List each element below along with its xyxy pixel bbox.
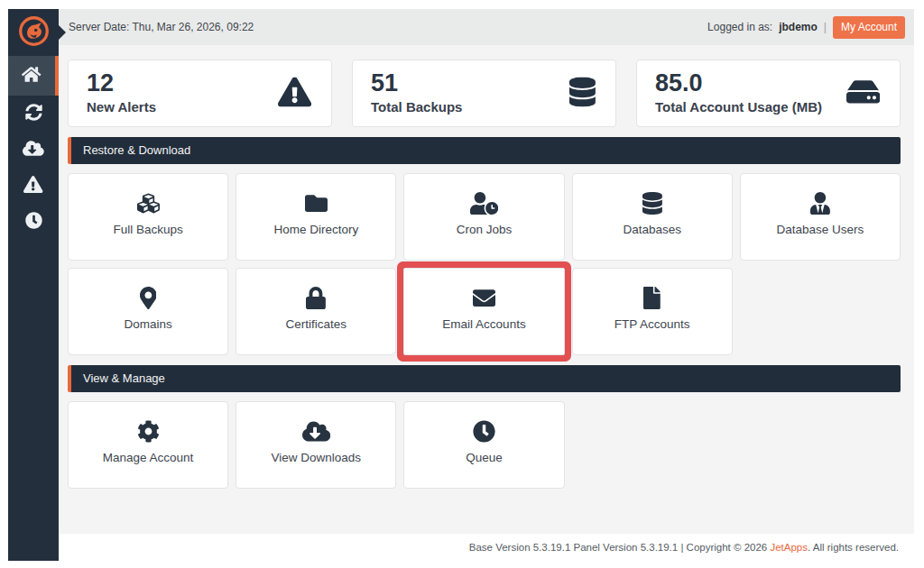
cog-icon [137,419,160,444]
tile-manage-account[interactable]: Manage Account [68,401,228,489]
tile-label: Cron Jobs [457,223,513,236]
warning-icon [278,77,311,110]
tile-label: View Downloads [272,451,362,464]
stat-card-total-account-usage-mb: 85.0Total Account Usage (MB) [636,60,901,127]
tile-full-backups[interactable]: Full Backups [68,173,228,261]
user-tie-icon [810,191,830,215]
main-column: Server Date: Thu, Mar 26, 2026, 09:22 Lo… [59,9,914,561]
footer: Base Version 5.3.19.1 Panel Version 5.3.… [59,534,914,561]
tile-database-users[interactable]: Database Users [740,173,901,261]
tile-label: Databases [623,223,681,236]
dashboard-content: 12New Alerts51Total Backups85.0Total Acc… [59,45,914,534]
tile-label: Database Users [776,223,864,236]
tiles-grid-restore-download: Full BackupsHome DirectoryCron JobsDatab… [68,173,901,355]
sidebar-item-home[interactable] [8,56,59,96]
stat-card-new-alerts: 12New Alerts [68,60,332,127]
tile-label: Domains [124,317,171,331]
sidebar [8,9,59,561]
tile-label: Manage Account [103,451,194,464]
lock-icon [306,286,326,310]
sidebar-item-downloads[interactable] [8,132,59,168]
tile-databases[interactable]: Databases [572,173,733,261]
tile-email-accounts[interactable]: Email Accounts [403,268,564,355]
tiles-grid-view-manage: Manage AccountView DownloadsQueue [68,401,901,489]
sidebar-item-queue[interactable] [8,204,59,240]
tile-cron-jobs[interactable]: Cron Jobs [403,173,564,261]
tile-label: Full Backups [113,223,182,236]
app-window: Server Date: Thu, Mar 26, 2026, 09:22 Lo… [8,9,914,561]
my-account-button[interactable]: My Account [833,16,905,39]
footer-version-text: Base Version 5.3.19.1 Panel Version 5.3.… [469,542,771,553]
tile-queue[interactable]: Queue [403,401,564,489]
home-icon [22,66,41,87]
topbar-right: Logged in as: jbdemo | My Account [707,16,905,39]
sync-icon [25,104,42,124]
hdd-icon [846,77,880,110]
tile-ftp-accounts[interactable]: FTP Accounts [572,268,733,355]
tile-view-downloads[interactable]: View Downloads [236,401,396,489]
map-marker-icon [140,286,157,310]
sidebar-nav [8,56,59,240]
database-icon [642,191,662,215]
cubes-icon [137,191,160,215]
logo-block[interactable] [8,9,59,56]
tile-label: Email Accounts [442,317,525,331]
database-icon [569,77,596,110]
topbar: Server Date: Thu, Mar 26, 2026, 09:22 Lo… [59,9,914,45]
server-date: Server Date: Thu, Mar 26, 2026, 09:22 [69,21,254,33]
stats-row: 12New Alerts51Total Backups85.0Total Acc… [68,60,901,127]
section-header-restore-download: Restore & Download [68,137,901,164]
tile-home-directory[interactable]: Home Directory [236,173,396,261]
tile-certificates[interactable]: Certificates [236,268,396,355]
envelope-icon [473,286,495,310]
cloud-download-icon [302,419,330,444]
stat-value: 51 [371,69,597,96]
logged-in-label: Logged in as: [707,21,772,33]
tile-label: FTP Accounts [614,317,690,331]
file-icon [643,286,661,310]
tile-label: Queue [466,451,503,464]
jetbackup-logo-icon [18,15,50,50]
username: jbdemo [779,21,818,33]
footer-rights-text: . All rights reserved. [808,542,899,553]
sidebar-item-alerts[interactable] [8,168,59,204]
tile-domains[interactable]: Domains [68,268,228,355]
cloud-download-icon [23,140,44,160]
logo-pointer-arrow [59,25,66,40]
stat-card-total-backups: 51Total Backups [352,60,616,127]
sidebar-item-sync[interactable] [8,96,59,132]
jetapps-link[interactable]: JetApps [770,542,808,553]
sections-container: Restore & DownloadFull BackupsHome Direc… [68,137,901,489]
clock-icon [25,212,42,233]
stat-label: Total Backups [371,99,597,115]
warning-icon [23,176,42,197]
tile-label: Certificates [286,317,347,331]
topbar-separator: | [824,21,827,33]
section-header-view-manage: View & Manage [68,365,901,392]
folder-icon [305,191,328,215]
user-clock-icon [470,191,498,215]
clock-icon [473,419,495,444]
tile-label: Home Directory [273,223,358,236]
